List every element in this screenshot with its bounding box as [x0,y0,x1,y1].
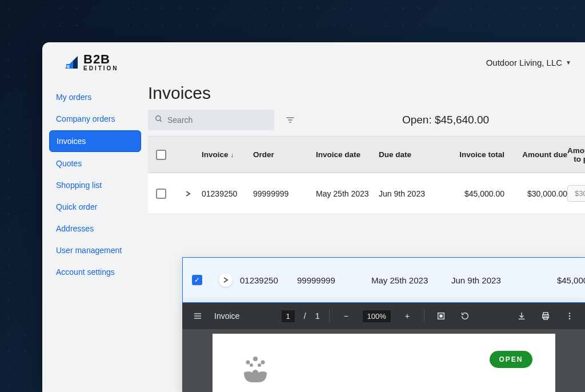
col-due-date[interactable]: Due date [379,150,442,159]
zoom-out-button[interactable]: − [339,309,354,323]
search-input-wrapper[interactable] [148,110,274,130]
col-amount-to-pay[interactable]: Amount to pay [567,146,585,163]
select-all-checkbox[interactable] [156,150,166,160]
svg-point-24 [250,363,253,367]
zoom-in-button[interactable]: + [400,309,415,323]
rotate-button[interactable] [458,309,472,323]
pdf-toolbar: Invoice 1 / 1 − 100% + [182,303,585,329]
svg-point-19 [569,315,570,317]
sort-desc-icon: ↓ [231,151,234,158]
pdf-page: OPEN Market Consulting, LLC I [213,334,555,392]
cell-invoice-total: $45,000.00 [442,189,504,198]
svg-point-18 [569,313,570,314]
col-amount-due[interactable]: Amount due [504,150,567,159]
brand-name: B2B [83,53,119,66]
chevron-down-icon: ▼ [566,59,571,66]
table-row[interactable]: 01239250 99999999 May 25th 2023 Jun 9th … [148,173,585,214]
company-name: Outdoor Living, LLC [486,58,562,67]
search-icon [155,115,163,125]
col-order[interactable]: Order [253,150,316,159]
page-title: Invoices [148,82,585,110]
pdf-zoom-value[interactable]: 100% [363,310,391,322]
svg-point-25 [258,363,261,367]
cell-order: 99999999 [297,275,371,285]
sidebar-item-quotes[interactable]: Quotes [49,153,141,174]
pdf-page-current[interactable]: 1 [282,310,295,322]
status-badge: OPEN [490,351,532,368]
cell-invoice-total: $45,000.00 [526,275,585,285]
sidebar-item-company-orders[interactable]: Company orders [49,109,141,129]
col-invoice-total[interactable]: Invoice total [442,150,504,159]
col-invoice-date[interactable]: Invoice date [316,150,379,159]
sidebar: My orders Company orders Invoices Quotes… [42,82,148,392]
sidebar-item-account-settings[interactable]: Account settings [49,262,141,282]
collapse-row-button[interactable] [219,273,233,287]
brand-subtitle: EDITION [83,66,119,71]
sidebar-item-shopping-list[interactable]: Shopping list [49,175,141,195]
cell-invoice: 01239250 [202,189,253,198]
row-checkbox-checked[interactable]: ✓ [192,275,202,285]
pdf-page-separator: / [304,311,306,321]
more-options-button[interactable] [562,309,577,323]
cell-order: 99999999 [253,189,316,198]
company-switcher[interactable]: Outdoor Living, LLC ▼ [486,58,571,67]
svg-point-4 [156,116,161,121]
download-button[interactable] [514,309,529,323]
svg-text:B: B [67,65,70,69]
brand-logo: B B2B EDITION [63,53,119,71]
sidebar-item-addresses[interactable]: Addresses [49,218,141,239]
svg-rect-13 [440,315,442,317]
cell-invoice: 01239250 [240,275,297,285]
cell-invoice-date: May 25th 2023 [371,275,451,285]
open-total: Open: $45,640.00 [306,114,585,126]
expand-row-button[interactable] [181,187,195,201]
svg-point-22 [246,361,250,365]
svg-point-21 [253,357,258,361]
sidebar-item-invoices[interactable]: Invoices [49,130,141,152]
svg-line-5 [160,120,162,122]
cell-due-date: Jun 9th 2023 [379,189,442,198]
search-input[interactable] [167,115,267,125]
cell-amount-due: $30,000.00 [504,189,567,198]
col-invoice[interactable]: Invoice↓ [202,150,253,159]
amount-to-pay-input[interactable]: $30,000.00 [567,185,585,202]
fit-page-button[interactable] [434,309,448,323]
pdf-title: Invoice [214,311,239,321]
logo-mark-icon: B [63,54,80,71]
pdf-viewer: Invoice 1 / 1 − 100% + [182,303,585,392]
invoices-table: Invoice↓ Order Invoice date Due date Inv… [148,136,585,214]
svg-point-20 [569,318,570,319]
company-logo-icon [235,351,532,387]
expanded-row[interactable]: ✓ 01239250 99999999 May 25th 2023 Jun 9t… [182,257,585,303]
sidebar-item-user-management[interactable]: User management [49,240,141,261]
pdf-page-total: 1 [315,311,320,321]
print-button[interactable] [538,309,553,323]
hamburger-icon[interactable] [190,309,205,323]
svg-point-23 [261,361,265,365]
row-checkbox[interactable] [156,189,166,199]
filter-button[interactable] [282,112,298,128]
cell-due-date: Jun 9th 2023 [451,275,526,285]
cell-invoice-date: May 25th 2023 [316,189,379,198]
sidebar-item-my-orders[interactable]: My orders [49,87,141,107]
sidebar-item-quick-order[interactable]: Quick order [49,197,141,217]
